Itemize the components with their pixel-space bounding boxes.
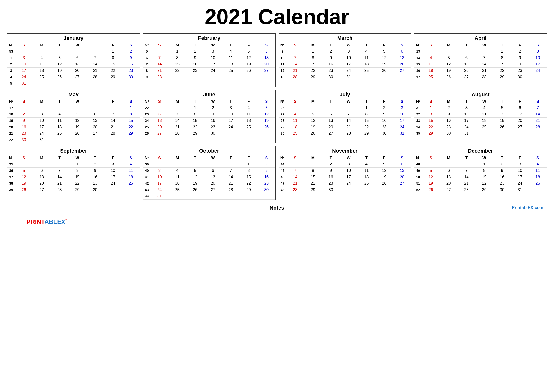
week-number: 11 — [279, 61, 286, 68]
month-title: March — [279, 34, 411, 42]
day-cell: 12 — [375, 55, 393, 61]
day-cell: 31 — [511, 187, 529, 193]
table-row — [143, 80, 276, 82]
day-cell: 30 — [375, 130, 393, 137]
day-header: W — [340, 155, 357, 161]
table-row: 2520212223242526 — [143, 124, 276, 130]
day-cell: 11 — [358, 55, 375, 61]
day-cell: 24 — [529, 68, 547, 74]
table-row: 392627282930 — [7, 187, 140, 193]
day-cell: 29 — [304, 187, 322, 193]
table-row: 2918192021222324 — [279, 124, 411, 130]
table-row: NºSMTWTFS — [7, 42, 140, 48]
day-cell: 9 — [257, 168, 275, 174]
day-cell: 12 — [186, 174, 204, 180]
day-cell — [168, 74, 186, 80]
day-cell: 19 — [240, 61, 257, 68]
day-cell: 2 — [375, 105, 393, 111]
month-table: NºSMTWTFS9123456107891011121311141516171… — [279, 42, 411, 82]
day-cell: 3 — [204, 48, 222, 55]
day-cell: 24 — [340, 180, 357, 187]
page-title: 2021 Calendar — [7, 5, 547, 29]
day-cell — [304, 137, 322, 138]
day-cell: 8 — [422, 111, 440, 118]
day-cell: 13 — [204, 174, 222, 180]
day-cell: 5 — [440, 55, 457, 61]
day-cell: 14 — [104, 118, 122, 124]
day-cell — [222, 74, 240, 80]
day-header: W — [69, 99, 86, 105]
day-header: S — [15, 42, 33, 48]
footer: PRINTABLEX™ Notes PrintablEX.com — [7, 203, 547, 241]
day-cell: 21 — [151, 68, 168, 74]
day-cell: 26 — [69, 130, 86, 137]
day-header: W — [340, 99, 357, 105]
day-cell: 27 — [393, 180, 411, 187]
table-row: 3819202122232425 — [7, 180, 140, 187]
week-number: 5 — [7, 80, 15, 87]
day-cell: 13 — [393, 55, 411, 61]
table-row: NºSMTWTFS — [414, 99, 547, 105]
day-cell: 16 — [15, 124, 33, 130]
day-cell — [33, 105, 50, 111]
day-cell: 25 — [33, 74, 50, 80]
day-cell: 22 — [358, 124, 375, 130]
day-cell — [340, 137, 357, 138]
table-row: 678910111213 — [143, 55, 276, 61]
table-row: 317181920212223 — [7, 68, 140, 74]
week-number: 26 — [143, 130, 151, 137]
day-header: M — [168, 99, 186, 105]
table-row: 821222324252627 — [143, 68, 276, 74]
table-row: 3912 — [143, 161, 276, 168]
month-title: April — [414, 34, 547, 42]
day-header: T — [457, 155, 475, 161]
day-cell — [86, 48, 104, 55]
day-cell — [457, 193, 475, 195]
day-cell: 29 — [422, 130, 440, 137]
week-number: 13 — [414, 48, 422, 55]
day-cell: 24 — [511, 180, 529, 187]
day-cell: 16 — [186, 61, 204, 68]
day-cell: 7 — [286, 55, 304, 61]
day-cell — [222, 80, 240, 82]
day-cell: 27 — [322, 130, 340, 137]
day-cell — [422, 137, 440, 138]
week-number: 48 — [414, 161, 422, 168]
week-number — [279, 80, 286, 82]
week-number: 39 — [7, 187, 15, 193]
day-cell: 17 — [15, 68, 33, 74]
day-header: T — [322, 42, 340, 48]
day-cell: 16 — [122, 61, 140, 68]
day-cell: 15 — [168, 61, 186, 68]
day-cell: 18 — [475, 118, 493, 124]
day-cell: 29 — [186, 130, 204, 137]
day-cell — [440, 137, 457, 138]
day-cell: 11 — [222, 55, 240, 61]
day-cell: 14 — [475, 61, 493, 68]
day-cell: 6 — [86, 111, 104, 118]
day-cell — [204, 137, 222, 138]
week-number: 17 — [414, 74, 422, 80]
table-row: 1221222324252627 — [279, 68, 411, 74]
day-cell: 11 — [529, 168, 547, 174]
day-cell: 17 — [457, 118, 475, 124]
month-block-july: JulyNºSMTWTFS261232745678910281112131415… — [278, 90, 411, 143]
day-cell: 16 — [375, 118, 393, 124]
day-cell: 25 — [286, 130, 304, 137]
day-cell — [186, 80, 204, 82]
day-cell: 2 — [322, 161, 340, 168]
day-header: T — [358, 42, 375, 48]
table-row: 199101112131415 — [7, 118, 140, 124]
week-number — [279, 137, 286, 138]
day-cell: 17 — [104, 174, 122, 180]
day-cell: 8 — [475, 168, 493, 174]
day-cell: 26 — [240, 68, 257, 74]
day-cell: 17 — [393, 118, 411, 124]
day-cell: 17 — [204, 61, 222, 68]
week-number — [143, 137, 151, 138]
day-cell: 6 — [511, 105, 529, 111]
day-cell: 1 — [240, 161, 257, 168]
day-cell: 7 — [51, 168, 69, 174]
day-header: W — [475, 99, 493, 105]
day-cell — [511, 130, 529, 137]
